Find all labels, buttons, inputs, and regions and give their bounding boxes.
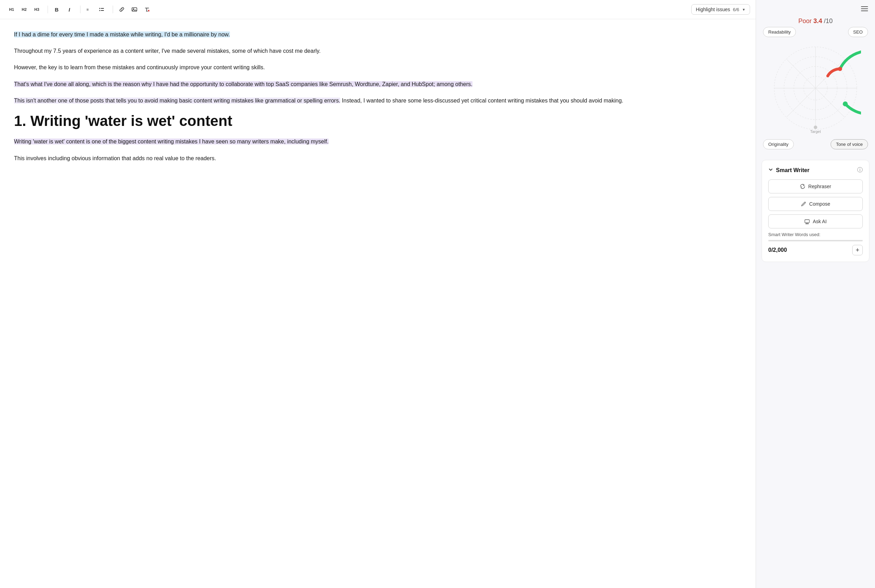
h2-button[interactable]: H2 — [18, 3, 30, 15]
highlight-label: Highlight issues — [696, 7, 730, 12]
editor-panel: H1 H2 H3 B I ≡ — [0, 0, 756, 588]
score-section: Poor 3.4 /10 Readability SEO — [756, 18, 875, 156]
radar-chart: Target — [770, 43, 861, 134]
originality-button[interactable]: Originality — [763, 139, 794, 149]
bold-button[interactable]: B — [51, 3, 63, 15]
heading-buttons: H1 H2 H3 — [6, 3, 43, 15]
paragraph-5-rest: Instead, I wanted to share some less-dis… — [342, 98, 623, 104]
image-button[interactable] — [128, 3, 140, 15]
svg-point-19 — [814, 126, 817, 129]
paragraph-4: That's what I've done all along, which i… — [14, 80, 742, 89]
hamburger-line-1 — [861, 6, 868, 7]
highlighted-text-5a: This isn't another one of those posts th… — [14, 98, 340, 104]
highlighted-text-1: If I had a dime for every time I made a … — [14, 32, 230, 38]
svg-text:≡: ≡ — [86, 8, 89, 12]
unordered-list-button[interactable] — [96, 3, 108, 15]
right-panel: Poor 3.4 /10 Readability SEO — [756, 0, 875, 588]
format-buttons: B I — [51, 3, 75, 15]
list-buttons: ≡ — [83, 3, 108, 15]
menu-button[interactable] — [860, 5, 869, 13]
smart-writer-section: Smart Writer ⓘ Rephraser Compose — [762, 160, 869, 262]
section-heading-1: 1. Writing 'water is wet' content — [14, 112, 742, 130]
words-progress-bar — [768, 240, 863, 242]
radar-bottom-labels: Originality Tone of voice — [763, 139, 868, 149]
link-button[interactable] — [116, 3, 128, 15]
hamburger-line-2 — [861, 8, 868, 9]
divider-1 — [48, 6, 48, 13]
ask-ai-icon — [804, 219, 810, 224]
svg-point-1 — [99, 8, 101, 9]
svg-point-18 — [838, 67, 842, 71]
highlighted-text-4: That's what I've done all along, which i… — [14, 81, 472, 87]
smart-writer-header: Smart Writer ⓘ — [768, 166, 863, 174]
words-count-display: 0/2,000 — [768, 247, 787, 253]
editor-content[interactable]: If I had a dime for every time I made a … — [0, 19, 756, 588]
divider-2 — [80, 6, 81, 13]
compose-label: Compose — [809, 201, 830, 207]
score-number: 3.4 — [813, 18, 822, 24]
score-total: /10 — [824, 18, 833, 24]
rephraser-icon — [800, 184, 805, 189]
svg-rect-2 — [101, 8, 104, 9]
svg-point-3 — [99, 10, 101, 11]
highlighted-text-6: Writing 'water is wet' content is one of… — [14, 138, 329, 144]
info-button[interactable]: ⓘ — [857, 166, 863, 174]
words-count-row: 0/2,000 + — [768, 245, 863, 255]
score-display: Poor 3.4 /10 — [798, 18, 833, 25]
toolbar: H1 H2 H3 B I ≡ — [0, 0, 756, 19]
paragraph-2: Throughout my 7.5 years of experience as… — [14, 46, 742, 56]
svg-rect-4 — [101, 10, 104, 11]
svg-text:Target: Target — [810, 129, 821, 134]
svg-point-17 — [843, 102, 848, 106]
collapse-button[interactable] — [768, 167, 773, 173]
add-words-button[interactable]: + — [852, 245, 863, 255]
smart-writer-title: Smart Writer — [768, 167, 810, 174]
ask-ai-button[interactable]: Ask AI — [768, 214, 863, 228]
paragraph-5: This isn't another one of those posts th… — [14, 96, 742, 105]
right-panel-header — [756, 0, 875, 18]
svg-point-6 — [133, 8, 134, 9]
seo-button[interactable]: SEO — [848, 27, 868, 37]
highlight-issues-dropdown[interactable]: Highlight issues 6/6 ▼ — [691, 4, 750, 15]
paragraph-6: Writing 'water is wet' content is one of… — [14, 137, 742, 146]
readability-button[interactable]: Readability — [763, 27, 796, 37]
paragraph-7: This involves including obvious informat… — [14, 153, 742, 163]
insert-buttons — [116, 3, 153, 15]
paragraph-3: However, the key is to learn from these … — [14, 63, 742, 72]
tone-of-voice-button[interactable]: Tone of voice — [831, 139, 868, 149]
ask-ai-label: Ask AI — [813, 219, 827, 224]
rephraser-label: Rephraser — [808, 184, 831, 189]
radar-top-labels: Readability SEO — [763, 27, 868, 37]
compose-icon — [801, 201, 806, 207]
compose-button[interactable]: Compose — [768, 197, 863, 211]
radar-svg: Target — [770, 43, 861, 134]
paragraph-1: If I had a dime for every time I made a … — [14, 30, 742, 39]
h3-button[interactable]: H3 — [31, 3, 43, 15]
italic-button[interactable]: I — [63, 3, 75, 15]
rephraser-button[interactable]: Rephraser — [768, 180, 863, 194]
poor-label: Poor — [798, 18, 812, 24]
chevron-down-icon: ▼ — [742, 8, 746, 12]
smart-writer-label: Smart Writer — [776, 167, 810, 174]
highlight-count: 6/6 — [733, 7, 739, 12]
ordered-list-button[interactable]: ≡ — [83, 3, 95, 15]
words-used-label: Smart Writer Words used: — [768, 232, 863, 237]
clear-format-button[interactable] — [141, 3, 153, 15]
hamburger-line-3 — [861, 10, 868, 11]
svg-rect-21 — [805, 220, 810, 223]
divider-3 — [113, 6, 113, 13]
h1-button[interactable]: H1 — [6, 3, 18, 15]
